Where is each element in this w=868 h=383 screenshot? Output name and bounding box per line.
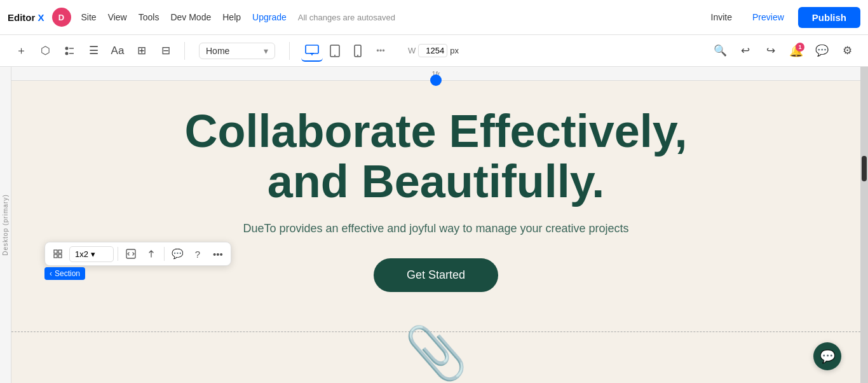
svg-rect-12: [58, 250, 62, 253]
add-icon[interactable]: ＋: [10, 40, 32, 62]
width-indicator: W px: [408, 44, 459, 57]
scroll-thumb[interactable]: [862, 156, 867, 181]
desktop-device-button[interactable]: [301, 40, 323, 62]
move-up-icon[interactable]: [142, 245, 160, 263]
preview-button[interactable]: Preview: [746, 8, 790, 26]
scrollbar[interactable]: [860, 67, 868, 383]
grid-icon-small: [49, 245, 67, 263]
nav-site[interactable]: Site: [81, 12, 97, 22]
notification-badge: 1: [796, 43, 804, 52]
top-bar: Editor X D Site View Tools Dev Mode Help…: [0, 0, 868, 35]
components-icon[interactable]: [58, 40, 80, 62]
top-bar-right: Invite Preview Publish: [705, 7, 860, 28]
toolbar-divider-1: [184, 42, 185, 60]
main-canvas: 1fr Collaborate Effectively,and Beautifu…: [11, 67, 860, 383]
invite-button[interactable]: Invite: [705, 8, 738, 26]
chat-bubble[interactable]: 💬: [813, 342, 841, 370]
nav-tools[interactable]: Tools: [139, 12, 159, 22]
width-unit: px: [450, 46, 459, 55]
replace-icon[interactable]: [122, 245, 140, 263]
nav-upgrade[interactable]: Upgrade: [252, 12, 287, 22]
grid-selector[interactable]: 1x2 ▾: [69, 246, 114, 262]
help-icon[interactable]: ?: [189, 245, 207, 263]
publish-button[interactable]: Publish: [798, 7, 860, 28]
svg-point-0: [65, 46, 69, 50]
editor-toolbar: ＋ ⬡ ☰ Aa ⊞ ⊟ Home ▾ ••• W px 🔍 ↩ ↪ 🔔 1: [0, 35, 868, 67]
paperclip-decoration: 📎: [404, 323, 468, 383]
toolbar-right: 🔍 ↩ ↪ 🔔 1 💬 ⚙: [709, 40, 858, 62]
svg-rect-4: [306, 45, 318, 53]
chevron-down-icon: ▾: [264, 46, 268, 56]
nav-view[interactable]: View: [108, 12, 127, 22]
layers-icon[interactable]: ⬡: [34, 40, 56, 62]
autosave-status: All changes are autosaved: [298, 13, 395, 22]
float-divider-2: [164, 247, 165, 261]
more-devices-button[interactable]: •••: [370, 40, 391, 62]
user-avatar[interactable]: D: [52, 8, 71, 27]
pages-icon[interactable]: ☰: [83, 40, 104, 62]
hero-title: Collaborate Effectively,and Beautifully.: [185, 106, 688, 207]
grid-value: 1x2: [75, 249, 88, 259]
hero-subtitle: DueTo provides an effective and joyful w…: [243, 222, 629, 235]
section-prefix: ‹: [50, 269, 52, 278]
svg-point-8: [334, 55, 336, 56]
canvas-area: Desktop (primary) 1fr Collaborate Effect…: [0, 67, 868, 383]
toolbar-divider-2: [289, 42, 290, 60]
table-icon[interactable]: ⊟: [155, 40, 177, 62]
top-nav: Site View Tools Dev Mode Help Upgrade Al…: [81, 12, 705, 22]
comments-icon[interactable]: 💬: [811, 40, 832, 62]
float-divider-1: [118, 247, 118, 261]
hero-section: Collaborate Effectively,and Beautifully.…: [11, 81, 860, 383]
app-logo: Editor X: [8, 12, 44, 23]
section-indicator[interactable]: [430, 74, 442, 86]
width-label: W: [408, 46, 416, 55]
svg-point-2: [65, 52, 69, 55]
page-selector[interactable]: Home ▾: [199, 43, 275, 59]
nav-devmode[interactable]: Dev Mode: [170, 12, 211, 22]
section-text: Section: [55, 269, 80, 278]
element-toolbar: 1x2 ▾ 💬 ? •••: [44, 242, 231, 266]
svg-rect-14: [58, 254, 62, 258]
text-icon[interactable]: Aa: [107, 40, 128, 62]
undo-icon[interactable]: ↩: [735, 40, 756, 62]
zoom-icon[interactable]: 🔍: [709, 40, 731, 62]
svg-point-10: [357, 55, 358, 56]
device-switcher: •••: [301, 40, 391, 62]
svg-rect-13: [54, 254, 57, 258]
get-started-button[interactable]: Get Started: [374, 258, 498, 292]
grid-dropdown-icon: ▾: [91, 249, 95, 259]
tablet-device-button[interactable]: [324, 40, 346, 62]
section-label[interactable]: ‹ Section: [44, 267, 85, 280]
settings-icon[interactable]: ⚙: [836, 40, 858, 62]
width-input[interactable]: [418, 44, 447, 57]
redo-icon[interactable]: ↪: [760, 40, 782, 62]
grid-icon[interactable]: ⊞: [131, 40, 153, 62]
comment-icon[interactable]: 💬: [168, 245, 186, 263]
notifications-button[interactable]: 🔔 1: [785, 40, 807, 62]
page-name: Home: [206, 46, 229, 56]
mobile-device-button[interactable]: [347, 40, 369, 62]
svg-rect-11: [54, 250, 57, 253]
left-sidebar: Desktop (primary): [0, 67, 11, 383]
nav-help[interactable]: Help: [222, 12, 241, 22]
sidebar-label: Desktop (primary): [2, 194, 9, 255]
more-options-icon[interactable]: •••: [209, 245, 227, 263]
